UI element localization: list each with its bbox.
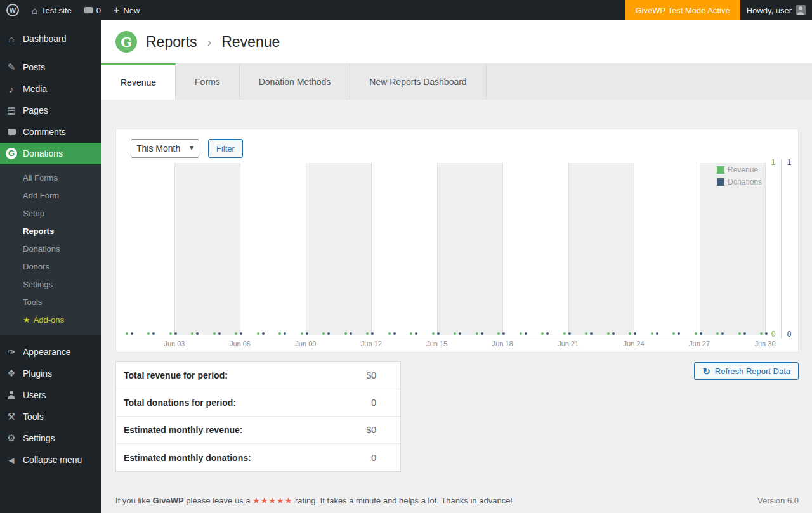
filter-button[interactable]: Filter	[208, 139, 243, 158]
admin-bar: W ⌂ Test site 0 + New GiveWP Test Mode A…	[0, 0, 812, 20]
submenu-item-tools[interactable]: Tools	[0, 293, 102, 311]
tab-label: Donation Methods	[259, 77, 331, 87]
givewp-logo: G	[115, 31, 137, 53]
sidebar-item-label: Plugins	[23, 368, 52, 379]
admin-sidebar: ⌂ Dashboard ✎ Posts ♪ Media ▤ Pages Comm…	[0, 20, 102, 513]
chart-point-revenue	[257, 332, 259, 335]
tab-label: Revenue	[121, 77, 156, 88]
chart-point-revenue	[520, 332, 522, 335]
chart-y-axis-label: 1	[771, 158, 776, 167]
site-name-link[interactable]: ⌂ Test site	[25, 0, 78, 20]
chart-x-tick-label: Jun 27	[689, 340, 710, 347]
version-label: Version 6.0	[757, 496, 799, 505]
star-icon: ★	[23, 315, 30, 325]
table-row: Estimated monthly donations: 0	[116, 444, 400, 471]
comments-icon	[5, 129, 18, 135]
submenu-label: Reports	[23, 226, 54, 236]
sidebar-item-donations[interactable]: G Donations	[0, 143, 102, 164]
new-content-button[interactable]: + New	[107, 0, 146, 20]
summary-table: Total revenue for period: $0 Total donat…	[115, 361, 401, 472]
table-row: Total donations for period: 0	[116, 389, 400, 417]
submenu-item-donors[interactable]: Donors	[0, 257, 102, 275]
sidebar-item-users[interactable]: Users	[0, 384, 102, 406]
sidebar-item-label: Pages	[23, 105, 48, 115]
chart-gridline	[306, 163, 306, 335]
sidebar-item-label: Appearance	[23, 347, 71, 357]
chart-x-tick-label: Jun 18	[492, 340, 513, 347]
donations-submenu: All Forms Add Form Setup Reports Donatio…	[0, 164, 102, 335]
revenue-report-card: This Month ▾ Filter Revenue Donations	[115, 129, 799, 353]
tab-revenue[interactable]: Revenue	[102, 63, 176, 100]
submenu-label: Donors	[23, 262, 49, 271]
sidebar-item-comments[interactable]: Comments	[0, 121, 102, 143]
tab-donation-methods[interactable]: Donation Methods	[240, 63, 351, 100]
test-mode-label: GiveWP Test Mode Active	[636, 6, 730, 15]
breadcrumb-current: Revenue	[221, 34, 280, 51]
chart-x-tick-label: Jun 24	[624, 340, 645, 347]
chart-point-revenue	[760, 332, 763, 335]
collapse-menu-button[interactable]: ◄ Collapse menu	[0, 449, 102, 471]
donations-swatch-icon	[717, 178, 724, 186]
chart-point-donations	[765, 332, 768, 335]
sidebar-item-label: Media	[23, 84, 47, 94]
chart-band	[174, 163, 240, 335]
chart-point-revenue	[563, 332, 566, 335]
sidebar-item-posts[interactable]: ✎ Posts	[0, 56, 102, 78]
table-row: Total revenue for period: $0	[116, 362, 400, 389]
tab-new-reports-dashboard[interactable]: New Reports Dashboard	[350, 63, 486, 100]
media-icon: ♪	[5, 84, 18, 94]
sidebar-item-pages[interactable]: ▤ Pages	[0, 100, 102, 121]
footer-text: please leave us a	[184, 496, 252, 505]
summary-label: Total donations for period:	[124, 398, 236, 408]
chart-x-tick-label: Jun 09	[295, 340, 316, 347]
submenu-item-reports[interactable]: Reports	[0, 222, 102, 240]
revenue-chart: Revenue Donations Jun 03Jun 06Jun 09Jun …	[127, 159, 797, 349]
submenu-item-add-form[interactable]: Add Form	[0, 186, 102, 204]
submenu-item-donations[interactable]: Donations	[0, 240, 102, 257]
comment-count: 0	[96, 6, 101, 15]
sidebar-item-appearance[interactable]: ✑ Appearance	[0, 341, 102, 363]
tab-forms[interactable]: Forms	[176, 63, 240, 100]
sidebar-item-label: Posts	[23, 62, 45, 72]
chart-point-revenue	[388, 332, 391, 335]
chart-y-axis-label: 0	[771, 330, 776, 339]
comments-admin-link[interactable]: 0	[78, 0, 107, 20]
submenu-label: Setup	[23, 209, 44, 218]
chart-point-revenue	[213, 332, 216, 335]
submenu-item-settings[interactable]: Settings	[0, 275, 102, 293]
sidebar-item-settings[interactable]: ⚙ Settings	[0, 427, 102, 449]
summary-label: Estimated monthly revenue:	[124, 425, 243, 435]
pages-icon: ▤	[5, 105, 18, 116]
sidebar-item-plugins[interactable]: ❖ Plugins	[0, 363, 102, 384]
sidebar-item-label: Settings	[23, 433, 55, 443]
submenu-item-all-forms[interactable]: All Forms	[0, 169, 102, 186]
period-select[interactable]: This Month	[131, 139, 199, 158]
summary-value: $0	[366, 370, 376, 380]
sidebar-item-dashboard[interactable]: ⌂ Dashboard	[0, 28, 102, 49]
chart-legend: Revenue Donations	[717, 166, 762, 190]
chart-point-donations	[568, 332, 571, 335]
chart-gridline	[502, 163, 503, 335]
appearance-icon: ✑	[5, 346, 18, 358]
report-content: This Month ▾ Filter Revenue Donations	[102, 100, 812, 505]
page-footer: If you like GiveWP please leave us a ★★★…	[115, 496, 799, 505]
sidebar-item-tools[interactable]: ⚒ Tools	[0, 406, 102, 427]
wordpress-menu-button[interactable]: W	[0, 0, 25, 20]
chart-gridline	[240, 163, 240, 335]
comment-bubble-icon	[84, 7, 93, 13]
submenu-item-setup[interactable]: Setup	[0, 204, 102, 222]
test-mode-badge[interactable]: GiveWP Test Mode Active	[625, 0, 740, 20]
chart-point-donations	[743, 332, 746, 335]
chart-x-tick-label: Jun 21	[558, 340, 579, 347]
chart-point-donations	[656, 332, 658, 335]
refresh-label: Refresh Report Data	[715, 367, 790, 376]
rating-stars[interactable]: ★★★★★	[252, 496, 292, 505]
submenu-item-add-ons[interactable]: ★ Add-ons	[0, 311, 102, 328]
users-icon	[5, 390, 18, 400]
howdy-account-link[interactable]: Howdy, user	[740, 0, 812, 20]
refresh-report-data-button[interactable]: ↻ Refresh Report Data	[694, 362, 799, 380]
chart-gridline	[765, 163, 766, 335]
sidebar-item-media[interactable]: ♪ Media	[0, 78, 102, 100]
chart-x-tick-label: Jun 12	[361, 340, 382, 347]
chart-point-donations	[525, 332, 527, 335]
